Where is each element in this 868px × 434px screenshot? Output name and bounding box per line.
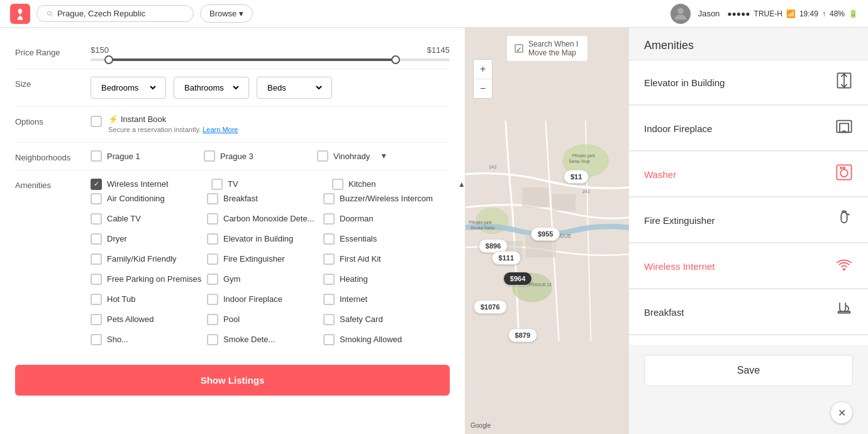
- price-bubble-955[interactable]: $955: [531, 227, 560, 241]
- amenity-safety-card[interactable]: Safety Card: [323, 311, 440, 327]
- map-search-checkbox[interactable]: ✓: [515, 44, 523, 53]
- amenity-breakfast[interactable]: Breakfast: [207, 190, 323, 206]
- wireless-internet-checkbox[interactable]: [91, 179, 102, 190]
- amenity-doorman[interactable]: Doorman: [323, 210, 440, 226]
- vinohrady-checkbox[interactable]: [317, 150, 328, 162]
- smoking-allowed-checkbox[interactable]: [323, 334, 335, 345]
- expand-neighborhoods-icon[interactable]: ▼: [380, 152, 387, 160]
- family-friendly-checkbox[interactable]: [91, 253, 102, 265]
- panel-amenity-fireplace[interactable]: Indoor Fireplace: [629, 106, 868, 151]
- amenity-fire-extinguisher[interactable]: Fire Extinguisher: [207, 250, 323, 267]
- amenity-air-conditioning[interactable]: Air Conditioning: [91, 190, 207, 206]
- free-parking-checkbox[interactable]: [91, 274, 102, 285]
- panel-amenity-buzzer[interactable]: Buzzer/Wireless Intercom: [629, 336, 868, 345]
- price-slider-track[interactable]: [91, 58, 450, 61]
- search-input-container[interactable]: [36, 5, 194, 22]
- air-conditioning-checkbox[interactable]: [91, 193, 102, 204]
- elevator-checkbox[interactable]: [207, 233, 218, 245]
- neighborhood-prague1[interactable]: Prague 1: [91, 150, 204, 162]
- essentials-checkbox[interactable]: [323, 233, 335, 245]
- indoor-fireplace-checkbox[interactable]: [207, 294, 218, 305]
- amenity-buzzer-intercom[interactable]: Buzzer/Wireless Intercom: [323, 190, 440, 206]
- hot-tub-checkbox[interactable]: [91, 294, 102, 305]
- panel-amenity-washer[interactable]: Washer: [629, 152, 868, 197]
- zoom-out-button[interactable]: −: [474, 79, 492, 98]
- bathrooms-dropdown[interactable]: Bathrooms 123: [174, 77, 249, 99]
- beds-dropdown[interactable]: Beds 123: [257, 77, 332, 99]
- instant-book-checkbox[interactable]: [91, 116, 102, 127]
- smoke-detector-checkbox[interactable]: [207, 334, 218, 345]
- bedrooms-dropdown[interactable]: Bedrooms 123: [91, 77, 166, 99]
- panel-amenity-fire-extinguisher[interactable]: Fire Extinguisher: [629, 198, 868, 243]
- map-panel[interactable]: PRAGUE Přirodní park Šárka-Trojá Přirodn…: [465, 28, 629, 434]
- panel-amenity-breakfast[interactable]: Breakfast: [629, 290, 868, 335]
- amenity-tv[interactable]: TV: [211, 179, 325, 190]
- neighborhood-prague3[interactable]: Prague 3: [204, 150, 317, 162]
- amenity-smoking-allowed[interactable]: Smoking Allowed: [323, 331, 440, 347]
- price-bubble-879[interactable]: $879: [508, 328, 537, 342]
- safety-card-checkbox[interactable]: [323, 314, 335, 325]
- save-button-container: Save: [629, 345, 868, 396]
- first-aid-checkbox[interactable]: [323, 253, 335, 265]
- heating-checkbox[interactable]: [323, 274, 335, 285]
- amenity-carbon-monoxide[interactable]: Carbon Monoxide Dete...: [207, 210, 323, 226]
- price-bubble-1[interactable]: $11: [564, 170, 589, 184]
- amenity-indoor-fireplace[interactable]: Indoor Fireplace: [207, 291, 323, 307]
- amenity-gym[interactable]: Gym: [207, 270, 323, 287]
- amenity-pets-allowed[interactable]: Pets Allowed: [91, 311, 207, 327]
- gym-checkbox[interactable]: [207, 274, 218, 285]
- show-listings-button[interactable]: Show Listings: [15, 365, 450, 396]
- price-bubble-111[interactable]: $111: [492, 251, 521, 265]
- search-input[interactable]: [57, 9, 184, 18]
- learn-more-link[interactable]: Learn More: [203, 126, 238, 133]
- dryer-checkbox[interactable]: [91, 233, 102, 245]
- prague1-checkbox[interactable]: [91, 150, 102, 162]
- amenity-heating[interactable]: Heating: [323, 270, 440, 287]
- amenity-kitchen[interactable]: Kitchen: [332, 179, 445, 190]
- collapse-amenities-icon[interactable]: ▲: [458, 180, 465, 189]
- map-zoom-controls[interactable]: + −: [473, 59, 492, 99]
- breakfast-checkbox[interactable]: [207, 193, 218, 204]
- pets-allowed-checkbox[interactable]: [91, 314, 102, 325]
- close-button[interactable]: ✕: [830, 401, 853, 424]
- amenity-shampoo[interactable]: Sho...: [91, 331, 207, 347]
- panel-amenity-elevator[interactable]: Elevator in Building: [629, 60, 868, 105]
- doorman-checkbox[interactable]: [323, 213, 335, 225]
- map-search-bar[interactable]: ✓ Search When I Move the Map: [506, 35, 588, 62]
- price-bubble-1076[interactable]: $1076: [474, 300, 507, 314]
- shampoo-checkbox[interactable]: [91, 334, 102, 345]
- cable-tv-checkbox[interactable]: [91, 213, 102, 225]
- amenity-dryer[interactable]: Dryer: [91, 230, 207, 247]
- amenity-smoke-detector[interactable]: Smoke Dete...: [207, 331, 323, 347]
- kitchen-checkbox[interactable]: [332, 179, 343, 190]
- bedrooms-select[interactable]: Bedrooms 123: [99, 82, 158, 93]
- amenity-hot-tub[interactable]: Hot Tub: [91, 291, 207, 307]
- tv-checkbox[interactable]: [211, 179, 223, 190]
- slider-thumb-left[interactable]: [104, 55, 113, 64]
- amenity-free-parking[interactable]: Free Parking on Premises: [91, 270, 207, 287]
- prague3-checkbox[interactable]: [204, 150, 215, 162]
- beds-select[interactable]: Beds 123: [265, 82, 324, 93]
- amenity-wireless-internet[interactable]: Wireless Internet: [91, 179, 204, 190]
- buzzer-intercom-checkbox[interactable]: [323, 193, 335, 204]
- browse-button[interactable]: Browse ▾: [200, 4, 253, 23]
- fire-extinguisher-checkbox[interactable]: [207, 253, 218, 265]
- amenity-cable-tv[interactable]: Cable TV: [91, 210, 207, 226]
- save-button[interactable]: Save: [644, 355, 853, 386]
- pool-checkbox[interactable]: [207, 314, 218, 325]
- amenity-family-friendly[interactable]: Family/Kid Friendly: [91, 250, 207, 267]
- price-bubble-964[interactable]: $964: [503, 272, 532, 286]
- amenity-pool[interactable]: Pool: [207, 311, 323, 327]
- amenity-internet[interactable]: Internet: [323, 291, 440, 307]
- zoom-in-button[interactable]: +: [474, 60, 492, 79]
- bathrooms-select[interactable]: Bathrooms 123: [182, 82, 241, 93]
- amenity-first-aid[interactable]: First Aid Kit: [323, 250, 440, 267]
- carbon-monoxide-checkbox[interactable]: [207, 213, 218, 225]
- slider-thumb-right[interactable]: [391, 55, 400, 64]
- amenity-elevator[interactable]: Elevator in Building: [207, 230, 323, 247]
- internet-checkbox[interactable]: [323, 294, 335, 305]
- svg-text:Přirodní park: Přirodní park: [469, 220, 492, 225]
- panel-amenity-wireless-internet[interactable]: Wireless Internet: [629, 244, 868, 289]
- amenity-essentials[interactable]: Essentials: [323, 230, 440, 247]
- neighborhood-vinohrady[interactable]: Vinohrady ▼: [317, 150, 430, 162]
